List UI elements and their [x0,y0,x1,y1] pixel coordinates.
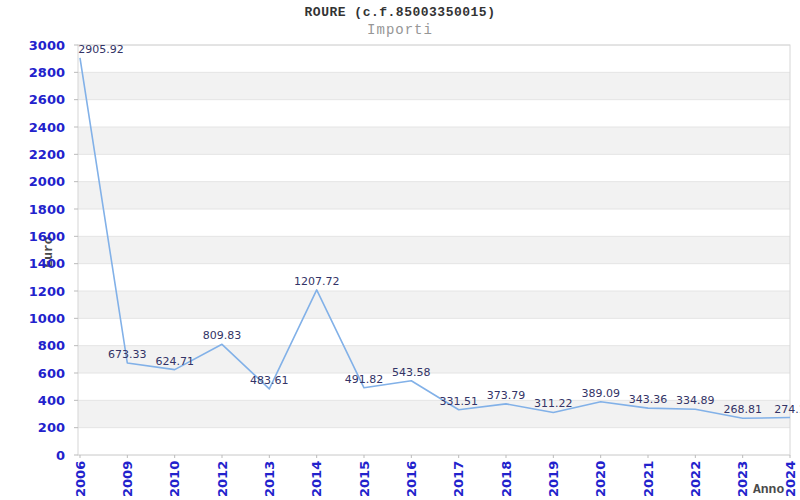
point-label: 389.09 [581,387,620,400]
y-tick-label: 2000 [29,174,65,189]
x-tick-label: 2021 [641,461,656,497]
y-tick-label: 3000 [29,38,65,53]
x-tick-label: 2017 [451,461,466,497]
y-tick-label: 2400 [29,120,65,135]
point-label: 809.83 [203,329,242,342]
y-tick-label: 2800 [29,65,65,80]
x-tick-label: 2010 [167,461,182,497]
y-tick-label: 800 [38,338,65,353]
point-label: 343.36 [629,393,668,406]
x-tick-label: 2009 [120,461,135,497]
y-tick-label: 0 [56,448,65,463]
x-tick-label: 2015 [357,461,372,497]
point-label: 483.61 [250,374,289,387]
y-tick-label: 1600 [29,229,65,244]
x-tick-label: 2019 [546,461,561,497]
background-band [78,291,790,318]
x-tick-label: 2013 [262,461,277,497]
point-label: 311.22 [534,397,573,410]
y-tick-label: 1000 [29,311,65,326]
point-label: 268.81 [723,403,762,416]
y-tick-label: 2200 [29,147,65,162]
point-label: 373.79 [487,389,526,402]
y-tick-label: 1800 [29,202,65,217]
background-band [78,236,790,263]
y-tick-label: 400 [38,393,65,408]
point-label: 331.51 [439,395,478,408]
chart-window: ROURE (c.f.85003350015) Importi Euro Ann… [0,0,800,500]
y-tick-label: 2600 [29,92,65,107]
background-band [78,72,790,99]
point-label: 543.58 [392,366,431,379]
x-tick-label: 2012 [215,461,230,497]
x-tick-label: 2020 [593,461,608,497]
x-tick-label: 2014 [309,461,324,497]
background-band [78,182,790,209]
point-label: 491.82 [345,373,384,386]
x-tick-label: 2018 [499,461,514,497]
y-tick-label: 200 [38,420,65,435]
point-label: 334.89 [676,394,715,407]
y-tick-label: 1200 [29,284,65,299]
chart-canvas: 0200400600800100012001400160018002000220… [0,0,800,500]
y-tick-label: 600 [38,366,65,381]
x-tick-label: 2023 [735,461,750,497]
point-label: 274.1 [774,403,800,416]
point-label: 2905.92 [78,43,124,56]
point-label: 1207.72 [294,275,340,288]
x-tick-label: 2006 [73,461,88,497]
x-tick-label: 2022 [688,461,703,497]
x-tick-label: 2016 [404,461,419,497]
y-tick-label: 1400 [29,256,65,271]
point-label: 624.71 [155,355,194,368]
x-tick-label: 2024 [783,461,798,497]
background-band [78,127,790,154]
point-label: 673.33 [108,348,147,361]
